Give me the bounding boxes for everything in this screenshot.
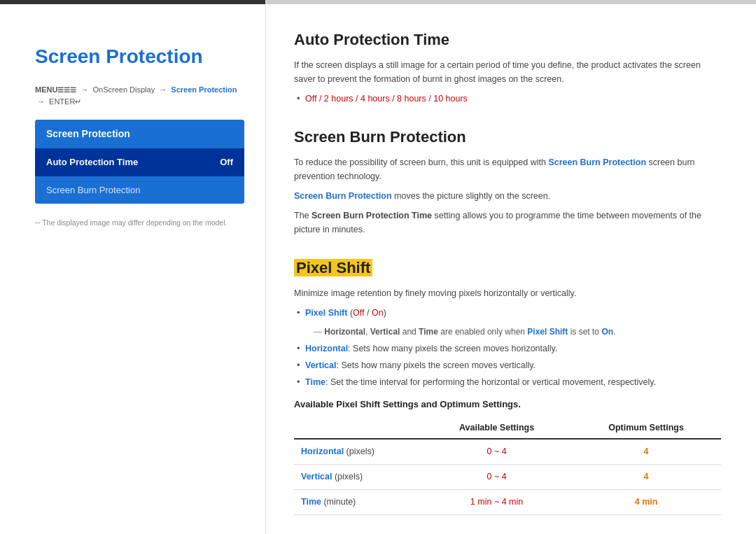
menu-item-label-2: Screen Burn Protection	[46, 183, 140, 197]
section2-desc3: The Screen Burn Protection Time setting …	[294, 209, 721, 237]
row-horizontal-optimum: 4	[571, 439, 721, 464]
left-panel: Screen Protection MENU☰☰☰ → OnScreen Dis…	[0, 0, 266, 534]
row-horizontal-available: 0 ~ 4	[422, 439, 571, 464]
row-time-name: Time (minute)	[294, 489, 422, 514]
breadcrumb: MENU☰☰☰ → OnScreen Display → Screen Prot…	[35, 84, 244, 107]
pixel-shift-title-highlight: Pixel Shift	[294, 259, 372, 276]
section-auto-protection: Auto Protection Time If the screen displ…	[294, 28, 721, 106]
table-row-vertical: Vertical (pixels) 0 ~ 4 4	[294, 465, 721, 490]
pixel-shift-ref: Pixel Shift	[527, 327, 568, 337]
disclaimer: The displayed image may differ depending…	[35, 218, 244, 229]
row-time-available: 1 min ~ 4 min	[422, 489, 571, 514]
menu-item-auto-protection[interactable]: Auto Protection Time Off	[35, 148, 244, 176]
right-panel: Auto Protection Time If the screen displ…	[266, 0, 756, 534]
section3-bullets: Pixel Shift (Off / On)	[294, 306, 721, 320]
col-header-name	[294, 417, 422, 440]
top-bar-left	[0, 0, 265, 4]
section1-options: Off / 2 hours / 4 hours / 8 hours / 10 h…	[305, 92, 721, 106]
section3-bullets2: Horizontal: Sets how many pixels the scr…	[294, 342, 721, 389]
breadcrumb-menu: MENU☰☰☰	[35, 85, 76, 94]
row-vertical-optimum: 4	[571, 465, 721, 490]
section1-desc: If the screen displays a still image for…	[294, 58, 721, 86]
vertical-bold: Vertical	[305, 360, 336, 370]
menu-item-value-1: Off	[220, 155, 233, 169]
horizontal-bullet: Horizontal: Sets how many pixels the scr…	[305, 342, 721, 356]
table-title: Available Pixel Shift Settings and Optim…	[294, 398, 721, 412]
table-section: Available Pixel Shift Settings and Optim…	[294, 398, 721, 515]
row-vertical-name: Vertical (pixels)	[294, 465, 422, 490]
breadcrumb-arrow2: →	[159, 85, 169, 94]
col-header-available: Available Settings	[422, 417, 571, 440]
menu-box-header: Screen Protection	[35, 120, 244, 148]
section1-options-text: Off / 2 hours / 4 hours / 8 hours / 10 h…	[305, 94, 468, 104]
section1-options-list: Off / 2 hours / 4 hours / 8 hours / 10 h…	[294, 92, 721, 106]
menu-item-label-1: Auto Protection Time	[46, 155, 138, 169]
table-row-horizontal: Horizontal (pixels) 0 ~ 4 4	[294, 439, 721, 464]
section2-desc2: Screen Burn Protection moves the picture…	[294, 189, 721, 203]
horizontal-label: Horizontal	[324, 327, 365, 337]
section2-title: Screen Burn Protection	[294, 125, 721, 148]
screen-burn-protection-link2: Screen Burn Protection	[294, 191, 392, 201]
menu-item-screen-burn[interactable]: Screen Burn Protection	[35, 176, 244, 204]
breadcrumb-arrow1: →	[80, 85, 90, 94]
on-label: On	[601, 327, 613, 337]
row-vertical-available: 0 ~ 4	[422, 465, 571, 490]
table-row-time: Time (minute) 1 min ~ 4 min 4 min	[294, 489, 721, 514]
section-pixel-shift: Pixel Shift Minimize image retention by …	[294, 256, 721, 515]
time-label: Time	[419, 327, 438, 337]
row-time-optimum: 4 min	[571, 489, 721, 514]
time-bullet: Time: Set the time interval for performi…	[305, 375, 721, 389]
pixel-shift-label: Pixel Shift	[305, 308, 347, 318]
breadcrumb-enter: ENTER↵	[49, 97, 81, 106]
horizontal-bold: Horizontal	[305, 344, 348, 353]
breadcrumb-item1: OnScreen Display	[93, 85, 155, 94]
section3-desc: Minimize image retention by finely movin…	[294, 286, 721, 300]
pixel-shift-off: Off	[353, 308, 364, 318]
section3-title: Pixel Shift	[294, 256, 721, 279]
pixel-shift-subnote: Horizontal, Vertical and Time are enable…	[294, 325, 721, 339]
row-horizontal-name: Horizontal (pixels)	[294, 439, 422, 464]
screen-burn-protection-link: Screen Burn Protection	[548, 157, 646, 167]
page-title: Screen Protection	[35, 42, 244, 71]
screen-burn-time-label: Screen Burn Protection Time	[312, 211, 432, 220]
col-header-optimum: Optimum Settings	[571, 417, 721, 440]
vertical-label: Vertical	[370, 327, 400, 337]
vertical-bullet: Vertical: Sets how many pixels the scree…	[305, 358, 721, 372]
breadcrumb-item2: Screen Protection	[171, 85, 237, 94]
breadcrumb-arrow3: →	[37, 97, 47, 106]
section1-title: Auto Protection Time	[294, 28, 721, 51]
pixel-shift-bullet1: Pixel Shift (Off / On)	[305, 306, 721, 320]
section2-desc1: To reduce the possibility of screen burn…	[294, 155, 721, 183]
menu-box: Screen Protection Auto Protection Time O…	[35, 120, 244, 204]
section-screen-burn: Screen Burn Protection To reduce the pos…	[294, 125, 721, 237]
time-bold: Time	[305, 377, 326, 387]
settings-table: Available Settings Optimum Settings Hori…	[294, 417, 721, 515]
pixel-shift-on: On	[372, 308, 384, 318]
top-bar-right	[266, 0, 756, 4]
